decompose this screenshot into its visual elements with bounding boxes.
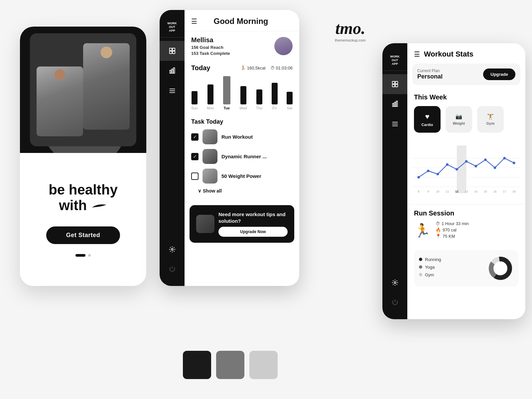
activity-weight[interactable]: 📷 Weight: [446, 106, 472, 133]
dot-active: [75, 254, 85, 257]
svg-point-28: [427, 170, 430, 172]
activity-gym[interactable]: 🏋 Gym: [477, 106, 504, 133]
phone1-landing: be healthy with Get Started: [20, 27, 146, 286]
today-time: ⏱ 01:03:06: [270, 66, 293, 70]
sidebar-item-settings[interactable]: [160, 239, 185, 259]
dot-inactive: [88, 254, 91, 257]
weight-label: Weight: [453, 121, 465, 125]
task-thumb-2: [202, 149, 217, 164]
svg-text:11: 11: [446, 190, 449, 193]
menu-icon[interactable]: ☰: [191, 17, 197, 25]
run-details: 🏃 ⏱ 1 Hour 33 min 🔥 970 cal 📍 75 KM: [414, 221, 519, 240]
phone3-sidebar-stats[interactable]: [382, 94, 407, 114]
legend-gym: Gym: [419, 272, 441, 277]
task-thumb-1: [202, 129, 217, 144]
legend-running: Running: [419, 257, 441, 262]
clock-icon: ⏱: [270, 66, 275, 70]
tmo-logo: tmo. thememockup.com: [335, 20, 366, 42]
phone3-menu-icon[interactable]: ☰: [414, 50, 420, 58]
bar-sat: [287, 92, 293, 104]
donut-svg: [487, 255, 514, 282]
grid-icon: [169, 47, 176, 55]
power-icon-2: [391, 299, 399, 306]
phone3-sidebar-settings[interactable]: [382, 273, 407, 293]
run-session-title: Run Session: [414, 209, 519, 217]
today-header: Today 🏃 160,5kcal ⏱ 01:03:06: [191, 64, 293, 72]
chart-bar-thu: Thu: [256, 89, 262, 110]
gym-icon: 🏋: [487, 113, 494, 120]
weight-icon: 📷: [456, 113, 462, 120]
bar-chart-icon-2: [391, 100, 399, 108]
svg-rect-4: [170, 70, 171, 73]
svg-point-27: [417, 176, 420, 179]
svg-point-30: [446, 163, 449, 166]
color-swatches: [183, 351, 278, 379]
upgrade-button[interactable]: Upgrade: [483, 68, 515, 80]
run-session-icon: 🏃: [414, 223, 431, 238]
legend-dot-yoga: [419, 265, 422, 269]
svg-rect-16: [394, 102, 396, 107]
svg-text:12: 12: [455, 190, 459, 193]
sidebar-item-power[interactable]: [160, 259, 185, 279]
donut-chart: [487, 255, 514, 282]
task-item-2: Dynamic Runner ...: [191, 149, 293, 164]
chart-bar-tue: Tue: [223, 76, 230, 110]
label-sat: Sat: [287, 106, 293, 110]
tmo-domain: thememockup.com: [335, 38, 366, 42]
task-checkbox-2[interactable]: [191, 153, 199, 160]
run-stats: ⏱ 1 Hour 33 min 🔥 970 cal 📍 75 KM: [436, 221, 469, 240]
user-avatar: [274, 37, 293, 55]
task-checkbox-1[interactable]: [191, 133, 199, 141]
svg-rect-13: [392, 84, 394, 87]
bar-sun: [192, 91, 198, 104]
svg-text:16: 16: [493, 190, 497, 193]
show-all-label: Show all: [203, 188, 222, 194]
tasks-section: Task Today Run Workout Dynamic Runner ..…: [185, 115, 299, 202]
svg-text:14: 14: [474, 190, 477, 193]
svg-rect-14: [395, 84, 397, 87]
phone2-workout: WORKOUTAPP: [160, 10, 299, 286]
phone3-sidebar: WORKOUTAPP: [382, 43, 407, 319]
plan-info: Current Plan Personal: [417, 68, 443, 80]
task-checkbox-3[interactable]: [191, 173, 199, 180]
legend-text-gym: Gym: [425, 272, 434, 277]
grid-icon-2: [391, 80, 399, 88]
today-section: Today 🏃 160,5kcal ⏱ 01:03:06: [185, 61, 299, 115]
task-thumb-img-1: [202, 129, 217, 144]
svg-text:18: 18: [512, 190, 516, 193]
task-thumb-img-3: [202, 169, 217, 184]
phone3-sidebar-list[interactable]: [382, 114, 407, 134]
sidebar-item-dashboard[interactable]: [160, 41, 185, 61]
phone3-sidebar-dashboard[interactable]: [382, 74, 407, 94]
svg-text:10: 10: [436, 190, 440, 193]
label-thu: Thu: [256, 106, 262, 110]
show-all-button[interactable]: ∨ Show all: [198, 188, 293, 194]
svg-point-33: [474, 165, 477, 168]
svg-text:15: 15: [484, 190, 487, 193]
svg-point-21: [394, 282, 396, 284]
get-started-button[interactable]: Get Started: [46, 226, 120, 244]
svg-text:9: 9: [427, 190, 429, 193]
sidebar-item-stats[interactable]: [160, 61, 185, 81]
bar-fri: [272, 83, 278, 104]
tagline-line2: with: [49, 198, 118, 213]
svg-rect-1: [172, 48, 175, 51]
user-name: Mellisa: [191, 36, 230, 44]
sidebar-item-list[interactable]: [160, 81, 185, 101]
tagline-line1: be healthy: [49, 182, 118, 198]
plan-name: Personal: [417, 73, 443, 80]
svg-point-29: [437, 173, 439, 176]
tmo-brand-text: tmo.: [335, 20, 366, 37]
chart-bar-mon: Mon: [207, 84, 214, 110]
task-name-1: Run Workout: [221, 134, 253, 140]
gear-icon: [169, 246, 176, 253]
promo-upgrade-button[interactable]: Upgrade Now: [218, 227, 288, 237]
phone3-sidebar-power[interactable]: [382, 293, 407, 313]
activity-cardio[interactable]: ♥ Cardio: [414, 106, 441, 133]
phone1-content: be healthy with Get Started: [20, 153, 146, 286]
run-duration: ⏱ 1 Hour 33 min: [436, 221, 469, 226]
clock-icon-2: ⏱: [436, 221, 440, 226]
svg-rect-11: [392, 81, 394, 84]
run-distance: 📍 75 KM: [436, 234, 469, 239]
list-icon: [169, 87, 176, 94]
